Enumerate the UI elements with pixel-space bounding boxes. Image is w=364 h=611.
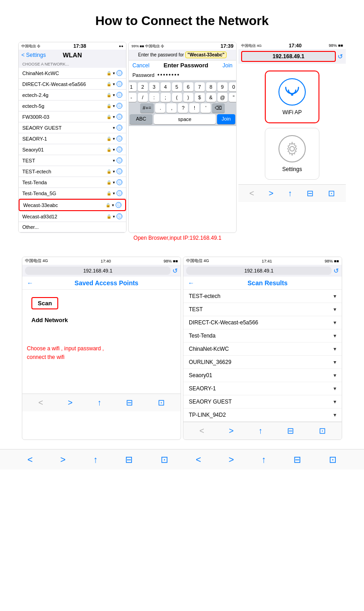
screen1-back-btn[interactable]: < Settings — [21, 52, 46, 58]
info-icon[interactable]: ⓘ — [116, 157, 122, 163]
scan-result-seaory-guest[interactable]: SEAORY GUEST ▾ — [183, 395, 342, 409]
scan-result-direct[interactable]: DIRECT-CK-Wecast-e5a566 ▾ — [183, 316, 342, 329]
nav-back-icon[interactable]: < — [27, 454, 33, 465]
share-icon[interactable]: ↑ — [258, 426, 263, 436]
kb-key-dash[interactable]: - — [128, 93, 136, 102]
wifi-item-direct[interactable]: DIRECT-CK-Wecast-e5a566 🔒 ▾ ⓘ — [19, 79, 126, 90]
info-icon[interactable]: ⓘ — [116, 114, 122, 120]
scan-result-seaory01[interactable]: Seaory01 ▾ — [183, 369, 342, 382]
nav-bookmarks-icon[interactable]: ⊟ — [125, 454, 133, 465]
info-icon[interactable]: ⓘ — [116, 202, 121, 208]
info-icon[interactable]: ⓘ — [116, 92, 122, 98]
kb-key-quote[interactable]: " — [229, 93, 237, 102]
wifi-item-seaory-guest[interactable]: SEAORY GUEST ▾ ⓘ — [19, 122, 126, 133]
kb-key-period[interactable]: . — [155, 103, 165, 113]
info-icon[interactable]: ⓘ — [116, 179, 122, 185]
settings-card[interactable]: Settings — [265, 128, 319, 180]
forward-icon[interactable]: > — [229, 426, 234, 436]
wifi-item-seaory01[interactable]: Seaory01 🔒 ▾ ⓘ — [19, 144, 126, 155]
nav-tabs-icon2[interactable]: ⊡ — [329, 454, 337, 465]
nav-bookmarks-icon2[interactable]: ⊟ — [293, 454, 301, 465]
info-icon[interactable]: ⓘ — [116, 213, 122, 219]
info-icon[interactable]: ⓘ — [116, 70, 122, 76]
kb-key-2[interactable]: 2 — [138, 82, 148, 91]
kb-key-semi[interactable]: ; — [161, 93, 171, 102]
share-icon[interactable]: ↑ — [97, 398, 101, 408]
kb-key-7[interactable]: 7 — [195, 82, 205, 91]
screen5-refresh[interactable]: ↺ — [334, 267, 339, 274]
scan-result-ourlink[interactable]: OURLINK_36629 ▾ — [183, 356, 342, 369]
nav-forward-icon[interactable]: > — [60, 454, 66, 465]
info-icon[interactable]: ⓘ — [116, 146, 122, 152]
kb-key-0[interactable]: 0 — [229, 82, 237, 91]
bookmarks-icon[interactable]: ⊟ — [307, 188, 313, 198]
screen4-back-btn[interactable]: ← — [27, 279, 33, 287]
kb-key-space[interactable]: space — [154, 114, 216, 124]
scan-result-tplink[interactable]: TP-LINK_94D2 ▾ — [183, 409, 342, 422]
kb-key-4[interactable]: 4 — [161, 82, 171, 91]
kb-key-join[interactable]: Join — [217, 114, 235, 124]
wifi-ap-card[interactable]: WiFi AP — [265, 71, 319, 123]
tabs-icon[interactable]: ⊡ — [158, 398, 165, 408]
wifi-item-test-ectech[interactable]: TEST-ectech 🔒 ▾ ⓘ — [19, 166, 126, 177]
kb-key-exclaim[interactable]: ! — [189, 103, 199, 113]
kb-key-1[interactable]: 1 — [128, 82, 136, 91]
tabs-icon[interactable]: ⊡ — [328, 188, 335, 198]
scan-result-test-ectech[interactable]: TEST-ectech ▾ — [183, 290, 342, 303]
info-icon[interactable]: ⓘ — [116, 190, 122, 196]
wifi-item-test-tenda[interactable]: Test-Tenda 🔒 ▾ ⓘ — [19, 177, 126, 188]
wifi-item-fw300r[interactable]: FW300R-03 🔒 ▾ ⓘ — [19, 111, 126, 122]
share-icon[interactable]: ↑ — [288, 189, 292, 198]
scan-button[interactable]: Scan — [31, 297, 58, 309]
screen4-refresh[interactable]: ↺ — [172, 267, 178, 274]
info-icon[interactable]: ⓘ — [116, 103, 122, 109]
refresh-icon[interactable]: ↺ — [338, 53, 343, 60]
info-icon[interactable]: ⓘ — [116, 136, 122, 141]
screen3-url-input[interactable]: 192.168.49.1 — [241, 51, 336, 62]
kb-key-9[interactable]: 9 — [217, 82, 228, 91]
nav-share-icon2[interactable]: ↑ — [262, 454, 266, 465]
info-icon[interactable]: ⓘ — [116, 125, 122, 131]
forward-icon[interactable]: > — [68, 398, 73, 408]
wifi-item-ectech5g[interactable]: ectech-5g 🔒 ▾ ⓘ — [19, 101, 126, 111]
kb-key-comma[interactable]: , — [167, 103, 177, 113]
wifi-item-chinanet[interactable]: ChinaNet-KcWC 🔒 ▾ ⓘ — [19, 68, 126, 79]
join-btn-top[interactable]: Join — [222, 62, 233, 69]
tabs-icon[interactable]: ⊡ — [319, 426, 326, 436]
kb-key-apos[interactable]: ' — [201, 103, 211, 113]
bookmarks-icon[interactable]: ⊟ — [287, 426, 294, 436]
info-icon[interactable]: ⓘ — [116, 81, 122, 87]
wifi-item-ectech24[interactable]: ectech-2.4g 🔒 ▾ ⓘ — [19, 90, 126, 101]
wifi-item-seaory1[interactable]: SEAORY-1 🔒 ▾ ⓘ — [19, 133, 126, 144]
nav-forward-icon2[interactable]: > — [228, 454, 234, 465]
wifi-item-test[interactable]: TEST ▾ ⓘ — [19, 155, 126, 166]
wifi-item-other[interactable]: Other... — [19, 222, 126, 232]
kb-key-dollar[interactable]: $ — [195, 93, 205, 102]
wifi-item-wecast-selected[interactable]: Wecast-33eabc 🔒 ▾ ⓘ — [19, 199, 126, 211]
nav-back-icon2[interactable]: < — [196, 454, 201, 465]
kb-key-6[interactable]: 6 — [183, 82, 193, 91]
kb-key-delete[interactable]: ⌫ — [212, 103, 225, 113]
kb-key-8[interactable]: 8 — [206, 82, 216, 91]
kb-key-question[interactable]: ? — [178, 103, 188, 113]
back-icon[interactable]: < — [249, 189, 254, 198]
screen4-url[interactable]: 192.168.49.1 — [25, 267, 171, 275]
kb-key-hashplus[interactable]: #+= — [140, 103, 154, 113]
kb-key-3[interactable]: 3 — [149, 82, 159, 91]
scan-result-test-tenda[interactable]: Test-Tenda ▾ — [183, 329, 342, 343]
nav-share-icon[interactable]: ↑ — [93, 454, 98, 465]
kb-key-lparen[interactable]: ( — [172, 93, 182, 102]
screen5-back-btn[interactable]: ← — [188, 279, 194, 287]
nav-tabs-icon[interactable]: ⊡ — [161, 454, 168, 465]
forward-icon[interactable]: > — [268, 189, 273, 198]
scan-result-chinanet[interactable]: ChinaNet-KcWC ▾ — [183, 343, 342, 356]
kb-key-abc[interactable]: ABC — [130, 114, 152, 124]
kb-key-rparen[interactable]: ) — [183, 93, 193, 102]
cancel-btn[interactable]: Cancel — [132, 62, 149, 69]
kb-key-slash[interactable]: / — [138, 93, 148, 102]
bookmarks-icon[interactable]: ⊟ — [126, 398, 133, 408]
kb-key-amp[interactable]: & — [206, 93, 216, 102]
kb-key-5[interactable]: 5 — [172, 82, 182, 91]
back-icon[interactable]: < — [38, 398, 43, 408]
info-icon[interactable]: ⓘ — [116, 168, 122, 174]
